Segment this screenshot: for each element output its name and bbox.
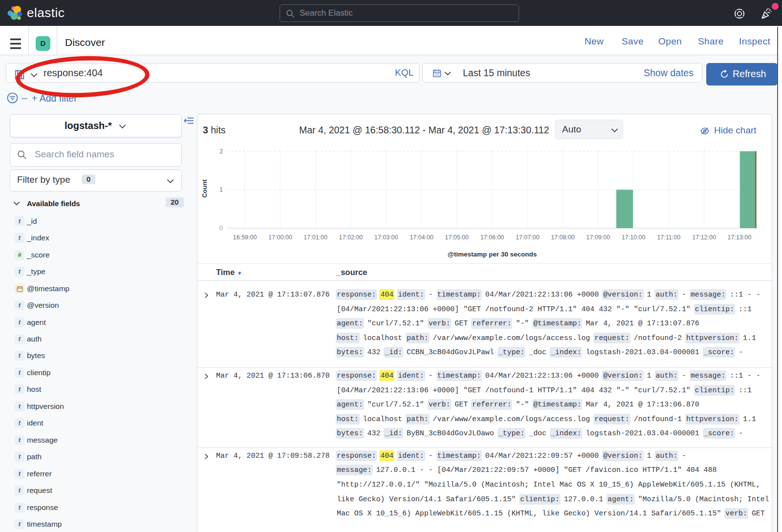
svg-text:17:03:00: 17:03:00 [374, 234, 398, 241]
svg-text:17:11:00: 17:11:00 [657, 234, 680, 241]
svg-text:17:04:00: 17:04:00 [410, 234, 434, 241]
svg-text:1: 1 [219, 186, 223, 193]
svg-text:17:12:00: 17:12:00 [692, 234, 716, 241]
svg-text:17:07:00: 17:07:00 [516, 234, 540, 241]
svg-text:17:02:00: 17:02:00 [339, 234, 363, 241]
svg-text:17:10:00: 17:10:00 [622, 234, 646, 241]
svg-text:17:06:00: 17:06:00 [480, 234, 504, 241]
svg-text:17:08:00: 17:08:00 [551, 234, 575, 241]
svg-text:Count: Count [201, 179, 208, 198]
svg-text:17:13:00: 17:13:00 [728, 234, 752, 241]
svg-text:17:01:00: 17:01:00 [304, 234, 327, 241]
svg-text:0: 0 [219, 225, 223, 232]
svg-text:17:09:00: 17:09:00 [586, 234, 610, 241]
svg-text:17:05:00: 17:05:00 [445, 234, 469, 241]
svg-text:16:59:00: 16:59:00 [233, 234, 257, 241]
svg-text:2: 2 [219, 148, 223, 155]
svg-text:17:00:00: 17:00:00 [268, 234, 292, 241]
